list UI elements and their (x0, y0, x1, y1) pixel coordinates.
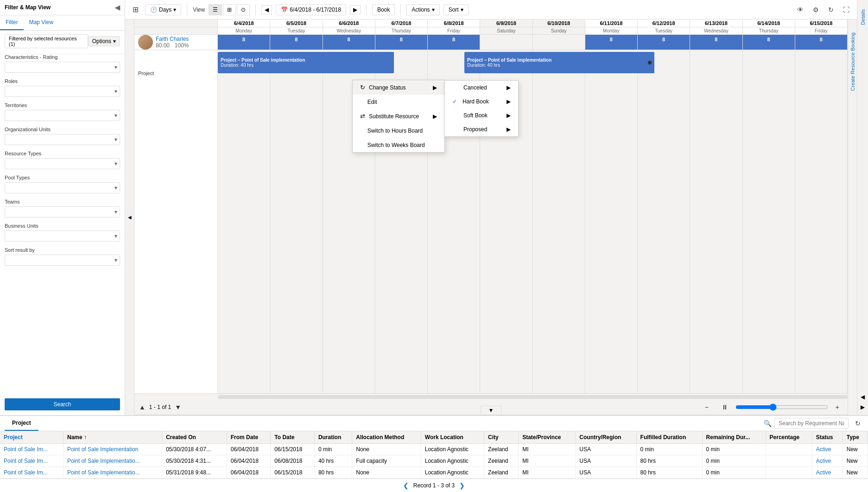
bottom-tab-project[interactable]: Project (5, 416, 38, 431)
booking-bar-2[interactable]: Project – Point of Sale implementationDu… (464, 52, 654, 73)
refresh-icon[interactable]: ↻ (825, 4, 836, 15)
col-header-8[interactable]: City (484, 431, 519, 444)
tab-map-view[interactable]: Map View (24, 15, 59, 30)
filter-select-territories[interactable] (5, 110, 120, 121)
day-cell-5: Saturday (480, 27, 532, 34)
context-menu-edit[interactable]: ○ Edit (353, 95, 444, 109)
filter-select-characteristics[interactable] (5, 62, 120, 73)
zoom-out-button[interactable]: − (701, 403, 712, 412)
col-header-12[interactable]: Remaining Dur... (702, 431, 766, 444)
actions-button[interactable]: Actions ▾ (406, 4, 439, 15)
filter-select-business-units[interactable] (5, 230, 120, 242)
book-button[interactable]: Book (372, 4, 395, 15)
cell-link-0-0[interactable]: Point of Sale Im... (4, 446, 48, 453)
project-col-link[interactable]: Project (4, 434, 23, 441)
resource-panel-collapse[interactable]: ◀ (125, 19, 134, 415)
cell-link-1-1[interactable]: Point of Sale Implementatio... (67, 458, 140, 464)
filter-select-pool-types[interactable] (5, 182, 120, 193)
col-header-4[interactable]: To Date (271, 431, 315, 444)
days-dropdown[interactable]: 🕐 Days ▾ (145, 4, 181, 15)
submenu-soft-book[interactable]: Soft Book ▶ (445, 109, 518, 122)
zoom-in-button[interactable]: + (832, 403, 843, 412)
record-prev-button[interactable]: ❮ (403, 482, 409, 489)
proposed-label: Proposed (463, 126, 487, 133)
record-next-button[interactable]: ❯ (459, 482, 465, 489)
context-menu-substitute[interactable]: ⇄ Substitute Resource ▶ (353, 109, 444, 123)
create-resource-booking-label: Create Resource Booking (849, 29, 856, 95)
tab-filter[interactable]: Filter (0, 15, 24, 30)
cell-link-1-0[interactable]: Point of Sale Im... (4, 458, 48, 464)
cell-link-2-1[interactable]: Point of Sale Implementatio... (67, 469, 140, 476)
col-header-15[interactable]: Type (843, 431, 868, 444)
chart-view-icon[interactable]: ⊙ (237, 4, 250, 15)
submenu-canceled[interactable]: Canceled ▶ (445, 81, 518, 95)
col-header-10[interactable]: Country/Region (576, 431, 636, 444)
cell-link-0-14[interactable]: Active (816, 446, 831, 453)
col-header-14[interactable]: Status (812, 431, 843, 444)
filter-select-teams[interactable] (5, 206, 120, 217)
col-header-11[interactable]: Fulfilled Duration (636, 431, 702, 444)
col-header-5[interactable]: Duration (314, 431, 352, 444)
right-arrow-icon[interactable]: ▶ (861, 404, 865, 410)
col-header-9[interactable]: State/Province (519, 431, 576, 444)
cell-1-1[interactable]: Point of Sale Implementatio... (63, 455, 162, 467)
grid-view-icon[interactable]: ⊞ (223, 4, 236, 15)
pagination-prev-button[interactable]: ▲ (139, 403, 146, 411)
resource-name[interactable]: Faith Charles (156, 36, 189, 42)
cell-link-1-14[interactable]: Active (816, 458, 831, 464)
bottom-search-icon[interactable]: 🔍 (761, 418, 774, 429)
filter-select-sort-result[interactable] (5, 255, 120, 266)
calendar-grid-icon[interactable]: ⊞ (130, 3, 141, 16)
search-button[interactable]: Search (5, 398, 120, 410)
cell-0-0[interactable]: Point of Sale Im... (0, 444, 63, 455)
cell-2-0[interactable]: Point of Sale Im... (0, 467, 63, 479)
col-header-0[interactable]: Project (0, 431, 63, 444)
left-arrow-icon[interactable]: ◀ (861, 394, 865, 400)
booking-bar-1[interactable]: Project – Point of Sale implementationDu… (218, 52, 394, 73)
pagination-next-button[interactable]: ▼ (175, 403, 181, 411)
hours-cell-0: 8 (218, 35, 270, 50)
col-header-1[interactable]: Name ↑ (63, 431, 162, 444)
settings-icon[interactable]: ⚙ (810, 4, 822, 15)
prev-date-button[interactable]: ◀ (261, 5, 272, 14)
cell-link-2-0[interactable]: Point of Sale Im... (4, 469, 48, 476)
context-menu-change-status[interactable]: ↻ Change Status ▶ (353, 80, 444, 95)
cell-link-0-1[interactable]: Point of Sale Implementation (67, 446, 138, 453)
create-resource-booking-sidebar[interactable]: Create Resource Booking (848, 19, 857, 415)
col-header-3[interactable]: From Date (227, 431, 271, 444)
eye-icon[interactable]: 👁 (794, 4, 806, 15)
collapse-panel-icon[interactable]: ◀ (115, 4, 120, 11)
next-date-button[interactable]: ▶ (350, 5, 361, 14)
filter-select-roles[interactable] (5, 86, 120, 97)
col-header-2[interactable]: Created On (162, 431, 227, 444)
col-header-6[interactable]: Allocation Method (352, 431, 421, 444)
cell-2-1[interactable]: Point of Sale Implementatio... (63, 467, 162, 479)
filter-select-resource-types[interactable] (5, 158, 120, 169)
details-sidebar[interactable]: Details ◀ ▶ (857, 0, 868, 415)
submenu-proposed[interactable]: Proposed ▶ (445, 122, 518, 136)
collapse-bottom-arrow[interactable]: ▼ (481, 406, 502, 415)
options-button[interactable]: Options ▾ (88, 36, 120, 46)
bottom-nav-bar: ❮ Record 1 - 3 of 3 ❯ (0, 479, 868, 492)
cell-1-14[interactable]: Active (812, 455, 843, 467)
expand-icon[interactable]: ⛶ (840, 4, 852, 15)
cell-0-1[interactable]: Point of Sale Implementation (63, 444, 162, 455)
filter-select-org-units[interactable] (5, 134, 120, 145)
col-header-13[interactable]: Percentage (766, 431, 812, 444)
col-header-7[interactable]: Work Location (421, 431, 484, 444)
cell-1-0[interactable]: Point of Sale Im... (0, 455, 63, 467)
pause-button[interactable]: ⏸ (718, 403, 732, 412)
horizontal-scrollbar[interactable] (134, 393, 848, 400)
list-view-icon[interactable]: ☰ (209, 4, 222, 15)
resource-hours-header: Faith Charles 80:00 100% (134, 35, 218, 50)
submenu-hard-book[interactable]: ✓ Hard Book ▶ (445, 95, 518, 109)
cell-0-14[interactable]: Active (812, 444, 843, 455)
cell-link-2-14[interactable]: Active (816, 469, 831, 476)
bottom-search-input[interactable] (774, 418, 849, 429)
context-menu-weeks-board[interactable]: ○ Switch to Weeks Board (353, 138, 444, 152)
sort-button[interactable]: Sort ▾ (444, 4, 469, 15)
cell-2-14[interactable]: Active (812, 467, 843, 479)
zoom-slider[interactable] (735, 403, 828, 411)
context-menu-hours-board[interactable]: ○ Switch to Hours Board (353, 123, 444, 138)
bottom-refresh-icon[interactable]: ↻ (852, 418, 863, 429)
